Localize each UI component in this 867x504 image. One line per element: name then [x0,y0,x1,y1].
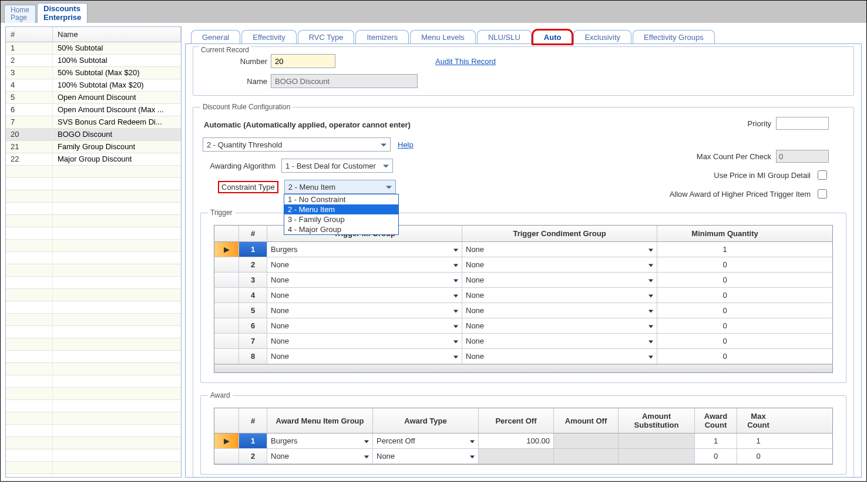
list-row-empty[interactable] [6,314,181,326]
min-qty-cell[interactable]: 0 [657,334,792,348]
row-selector[interactable] [214,349,239,364]
help-link[interactable]: Help [398,140,414,149]
row-selector[interactable]: ▶ [214,242,239,257]
trigger-row[interactable]: 5NoneNone0 [214,303,832,318]
list-row-empty[interactable] [6,400,181,412]
max-cell[interactable]: 0 [737,449,779,463]
list-row[interactable]: 150% Subtotal [6,42,181,55]
constraint-dropdown[interactable]: 1 - No Constraint2 - Menu Item3 - Family… [284,194,399,235]
list-row[interactable]: 5Open Amount Discount [6,92,181,104]
col-num[interactable]: # [239,226,267,241]
tab-auto[interactable]: Auto [533,30,573,44]
tab-effectivity[interactable]: Effectivity [241,30,296,44]
trigger-group-cell[interactable]: None [267,288,462,303]
list-row-empty[interactable] [6,215,181,227]
audit-link[interactable]: Audit This Record [435,57,496,66]
list-row-empty[interactable] [6,351,181,363]
tab-general[interactable]: General [191,30,240,44]
list-row-empty[interactable] [6,289,181,301]
trigger-cond-cell[interactable]: None [462,257,657,272]
list-row-empty[interactable] [6,227,181,240]
award-group-cell[interactable]: Burgers [267,434,373,448]
tab-nlu-slu[interactable]: NLU/SLU [477,30,532,44]
row-selector[interactable] [214,288,239,303]
trigger-group-cell[interactable]: None [267,303,462,318]
trigger-row[interactable]: 3NoneNone0 [214,273,832,288]
tab-menu-levels[interactable]: Menu Levels [410,30,476,44]
min-qty-cell[interactable]: 0 [657,349,792,364]
number-field[interactable] [271,54,335,68]
col-cnt[interactable]: Award Count [695,408,737,433]
trigger-grid[interactable]: #Trigger MI GroupTrigger Condiment Group… [214,225,833,373]
trigger-cond-cell[interactable]: None [462,273,657,287]
col-award-type[interactable]: Award Type [373,408,479,433]
col-name[interactable]: Name [53,27,181,42]
col-trigger-cond[interactable]: Trigger Condiment Group [462,226,657,241]
list-row-empty[interactable] [6,166,181,178]
trigger-row[interactable]: 6NoneNone0 [214,318,832,334]
trigger-group-cell[interactable]: None [267,349,462,364]
col-pct[interactable]: Percent Off [479,408,554,433]
list-row-empty[interactable] [6,474,181,477]
list-row[interactable]: 7SVS Bonus Card Redeem Di... [6,116,181,129]
amt-cell[interactable] [554,434,619,448]
allow-higher-checkbox[interactable] [818,189,827,199]
trigger-row[interactable]: 2NoneNone0 [214,257,832,273]
col-max[interactable]: Max Count [737,408,779,433]
min-qty-cell[interactable]: 0 [657,288,792,303]
row-selector[interactable] [214,318,239,333]
list-row-empty[interactable] [6,240,181,252]
min-qty-cell[interactable]: 0 [657,318,792,333]
min-qty-cell[interactable]: 0 [657,303,792,318]
col-sub[interactable]: Amount Substitution [619,408,695,433]
tab-effectivity-groups[interactable]: Effectivity Groups [633,30,715,44]
min-qty-cell[interactable]: 0 [657,273,792,287]
list-row-empty[interactable] [6,375,181,388]
constraint-option[interactable]: 2 - Menu Item [284,204,398,214]
list-row[interactable]: 350% Subtotal (Max $20) [6,67,181,79]
award-type-cell[interactable]: None [373,449,479,463]
list-row[interactable]: 22Major Group Discount [6,153,181,166]
trigger-group-cell[interactable]: None [267,318,462,333]
trigger-cond-cell[interactable]: None [462,288,657,303]
constraint-option[interactable]: 4 - Major Group [284,224,398,234]
list-row-empty[interactable] [6,412,181,425]
trigger-group-cell[interactable]: None [267,273,462,287]
threshold-combo[interactable]: 2 - Quantity Threshold [203,137,391,152]
list-row[interactable]: 4100% Subtotal (Max $20) [6,79,181,92]
list-row-empty[interactable] [6,178,181,190]
trigger-row[interactable]: ▶1BurgersNone1 [214,242,832,257]
trigger-cond-cell[interactable]: None [462,318,657,333]
constraint-option[interactable]: 3 - Family Group [284,214,398,224]
priority-field[interactable] [776,117,829,130]
row-selector[interactable] [214,303,239,318]
grid-scrollbar[interactable] [214,364,832,372]
list-row-empty[interactable] [6,462,181,474]
trigger-group-cell[interactable]: Burgers [267,242,462,257]
row-selector[interactable] [214,273,239,287]
cnt-cell[interactable]: 1 [695,434,737,448]
list-row-empty[interactable] [6,326,181,338]
trigger-group-cell[interactable]: None [267,334,462,348]
max-count-field[interactable] [776,150,829,163]
col-min-qty[interactable]: Minimum Quantity [657,226,792,241]
list-row-empty[interactable] [6,277,181,289]
trigger-group-cell[interactable]: None [267,257,462,272]
list-row[interactable]: 20BOGO Discount [6,129,181,141]
tab-rvc-type[interactable]: RVC Type [298,30,355,44]
row-selector[interactable] [214,449,239,463]
min-qty-cell[interactable]: 0 [657,257,792,272]
list-row[interactable]: 21Family Group Discount [6,141,181,153]
list-row-empty[interactable] [6,338,181,351]
list-row-empty[interactable] [6,437,181,449]
award-group-cell[interactable]: None [267,449,373,463]
discount-list-body[interactable]: 150% Subtotal2100% Subtotal350% Subtotal… [6,42,181,477]
row-selector[interactable] [214,257,239,272]
col-award-group[interactable]: Award Menu Item Group [267,408,373,433]
pct-cell[interactable]: 100.00 [479,434,554,448]
pct-cell[interactable] [479,449,554,463]
constraint-combo[interactable]: 2 - Menu Item [284,180,396,194]
list-row-empty[interactable] [6,449,181,462]
constraint-option[interactable]: 1 - No Constraint [284,194,398,204]
use-price-checkbox[interactable] [818,170,827,180]
